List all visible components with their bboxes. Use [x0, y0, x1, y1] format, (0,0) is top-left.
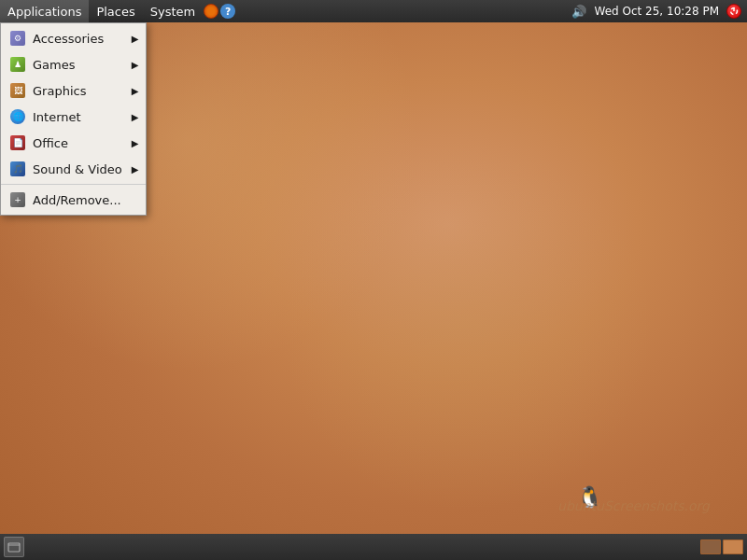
- menu-item-add-remove[interactable]: + Add/Remove...: [1, 187, 146, 213]
- firefox-icon[interactable]: [203, 3, 219, 20]
- applications-dropdown: ⚙ Accessories ▶ ♟ Games ▶ 🖼 Graphics ▶ 🌐…: [0, 22, 147, 216]
- menu-item-sound-video[interactable]: 🎵 Sound & Video ▶: [1, 156, 146, 182]
- graphics-label: Graphics: [33, 84, 86, 98]
- graphics-icon: 🖼: [8, 81, 27, 100]
- graphics-arrow: ▶: [122, 86, 139, 96]
- panel-left-menus: Applications Places System ?: [0, 0, 236, 22]
- sound-video-icon: 🎵: [8, 160, 27, 178]
- menu-item-accessories[interactable]: ⚙ Accessories ▶: [1, 25, 146, 51]
- add-remove-label: Add/Remove...: [33, 193, 121, 207]
- sound-video-label: Sound & Video: [33, 162, 122, 176]
- accessories-arrow: ▶: [122, 34, 139, 44]
- system-menu-button[interactable]: System: [143, 0, 203, 22]
- menu-item-office[interactable]: 📄 Office ▶: [1, 130, 146, 156]
- power-button[interactable]: [726, 4, 741, 19]
- games-label: Games: [33, 58, 75, 72]
- office-icon: 📄: [8, 133, 27, 152]
- places-menu-button[interactable]: Places: [89, 0, 142, 22]
- office-arrow: ▶: [122, 138, 139, 148]
- menu-separator: [1, 184, 146, 185]
- bottom-panel: [0, 534, 747, 560]
- accessories-icon: ⚙: [8, 29, 27, 48]
- internet-arrow: ▶: [122, 112, 139, 122]
- show-desktop-button[interactable]: [4, 537, 24, 557]
- top-panel: Applications Places System ? 🔊 Wed Oct 2…: [0, 0, 747, 22]
- menu-item-internet[interactable]: 🌐 Internet ▶: [1, 104, 146, 130]
- panel-right: 🔊 Wed Oct 25, 10:28 PM: [571, 0, 747, 22]
- sound-video-arrow: ▶: [122, 164, 139, 175]
- accessories-label: Accessories: [33, 32, 104, 46]
- datetime-display: Wed Oct 25, 10:28 PM: [591, 5, 723, 18]
- menu-item-games[interactable]: ♟ Games ▶: [1, 51, 146, 77]
- help-icon[interactable]: ?: [219, 3, 236, 20]
- games-arrow: ▶: [122, 60, 139, 70]
- workspace-2-button[interactable]: [723, 539, 743, 554]
- applications-menu-button[interactable]: Applications: [0, 0, 89, 22]
- office-label: Office: [33, 136, 68, 150]
- internet-icon: 🌐: [8, 107, 27, 126]
- menu-item-graphics[interactable]: 🖼 Graphics ▶: [1, 77, 146, 104]
- add-remove-icon: +: [8, 190, 27, 209]
- volume-icon[interactable]: 🔊: [571, 3, 587, 20]
- internet-label: Internet: [33, 110, 81, 124]
- taskbar-right: [700, 539, 743, 554]
- games-icon: ♟: [8, 55, 27, 74]
- workspace-1-button[interactable]: [700, 539, 721, 554]
- svg-rect-2: [8, 543, 20, 552]
